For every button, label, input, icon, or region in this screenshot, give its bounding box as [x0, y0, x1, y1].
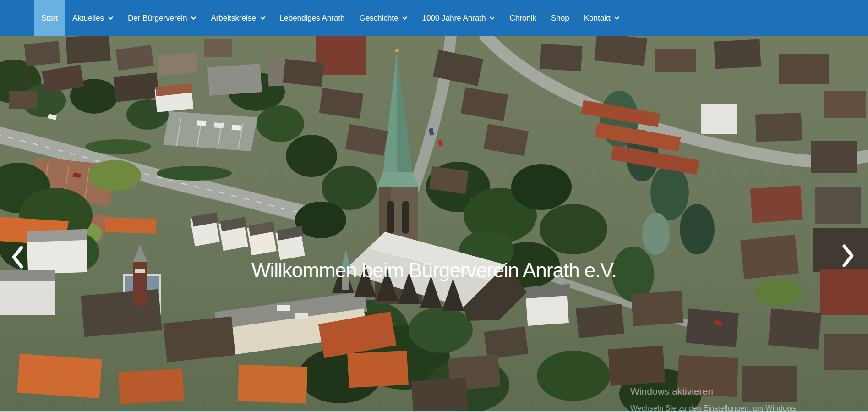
nav-item-label: Kontakt [584, 14, 611, 22]
carousel-prev-button[interactable] [7, 244, 27, 272]
nav-item-der-buergerverein[interactable]: Der Bürgerverein [120, 0, 203, 36]
nav-item-label: Arbeitskreise [211, 14, 256, 22]
nav-item-kontakt[interactable]: Kontakt [577, 0, 627, 36]
nav-item-start[interactable]: Start [34, 0, 65, 36]
nav-item-label: Start [41, 14, 58, 22]
nav-item-label: Aktuelles [72, 14, 104, 22]
chevron-right-icon [841, 244, 855, 269]
nav-item-label: 1000 Jahre Anrath [422, 14, 486, 22]
carousel-next-button[interactable] [838, 243, 858, 270]
nav-item-label: Lebendiges Anrath [280, 14, 345, 22]
nav-item-shop[interactable]: Shop [544, 0, 577, 36]
chevron-down-icon [191, 16, 196, 20]
nav-item-label: Geschichte [359, 14, 398, 22]
nav-item-arbeitskreise[interactable]: Arbeitskreise [203, 0, 272, 36]
hero-photo [0, 36, 868, 412]
nav-item-lebendiges-anrath[interactable]: Lebendiges Anrath [273, 0, 352, 36]
chevron-down-icon [490, 16, 495, 20]
chevron-down-icon [614, 16, 619, 20]
chevron-down-icon [260, 16, 265, 20]
main-navbar: Start Aktuelles Der Bürgerverein Arbeits… [0, 0, 868, 36]
nav-item-label: Der Bürgerverein [128, 14, 187, 22]
chevron-down-icon [402, 16, 407, 20]
chevron-down-icon [108, 16, 113, 20]
nav-item-1000-jahre-anrath[interactable]: 1000 Jahre Anrath [415, 0, 502, 36]
chevron-left-icon [11, 245, 24, 271]
hero-slider: Willkommen beim Bürgerverein Anrath e.V.… [0, 36, 868, 412]
nav-item-chronik[interactable]: Chronik [502, 0, 544, 36]
nav-item-label: Shop [551, 14, 569, 22]
nav-item-aktuelles[interactable]: Aktuelles [65, 0, 120, 36]
nav-item-geschichte[interactable]: Geschichte [352, 0, 415, 36]
nav-item-label: Chronik [509, 14, 536, 22]
